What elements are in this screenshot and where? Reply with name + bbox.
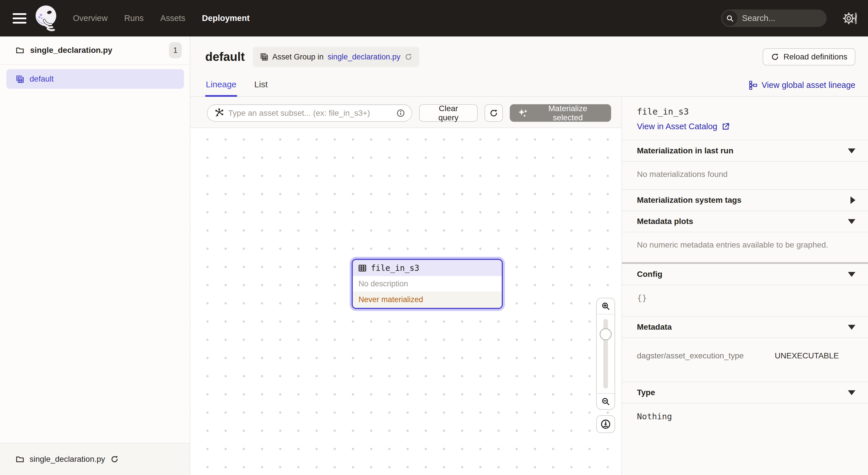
search-input[interactable] <box>737 13 855 23</box>
code-location-link[interactable]: single_declaration.py <box>328 53 400 61</box>
view-global-asset-lineage-label: View global asset lineage <box>762 81 856 90</box>
reload-definitions-label: Reload definitions <box>783 52 847 61</box>
last-run-empty-state: No materializations found <box>622 161 868 189</box>
clear-query-button[interactable]: Clear query <box>419 104 477 122</box>
section-label: Materialization system tags <box>637 196 741 205</box>
chevron-down-icon <box>848 272 856 277</box>
primary-nav: Overview Runs Assets Deployment <box>73 13 250 23</box>
dagster-logo-icon[interactable] <box>33 4 59 33</box>
zoom-in-icon <box>601 301 611 311</box>
chevron-right-icon <box>850 197 856 204</box>
asset-details-title: file_in_s3 <box>637 107 856 117</box>
nav-item-runs[interactable]: Runs <box>124 13 144 23</box>
asset-subset-query-box[interactable] <box>207 104 412 122</box>
metadata-value: UNEXECUTABLE <box>775 351 839 360</box>
sidebar-code-location-row[interactable]: single_declaration.py 1 <box>0 36 190 65</box>
fit-to-view-button[interactable] <box>596 415 615 433</box>
section-materialization-in-last-run[interactable]: Materialization in last run <box>622 140 868 161</box>
lineage-view: Clear query Materialize selected <box>190 97 621 475</box>
refresh-icon <box>489 109 498 118</box>
asset-node-file-in-s3[interactable]: file_in_s3 No description Never material… <box>352 259 503 309</box>
clear-query-label: Clear query <box>428 104 469 122</box>
download-center-icon <box>600 419 611 429</box>
asset-node-status: Never materialized <box>353 292 502 308</box>
tab-lineage[interactable]: Lineage <box>205 76 237 97</box>
section-label: Materialization in last run <box>637 146 733 155</box>
zoom-out-icon <box>601 396 611 406</box>
page-header: default Asset Group in single_declaratio… <box>190 36 868 67</box>
nav-item-deployment[interactable]: Deployment <box>202 13 250 23</box>
metadata-table: dagster/asset_execution_type UNEXECUTABL… <box>622 337 868 382</box>
refresh-graph-button[interactable] <box>485 104 503 122</box>
main-content: default Asset Group in single_declaratio… <box>190 36 868 475</box>
zoom-in-button[interactable] <box>597 298 615 315</box>
reload-definitions-button[interactable]: Reload definitions <box>763 48 856 65</box>
zoom-slider[interactable] <box>597 315 615 393</box>
page-title: default <box>205 50 245 64</box>
view-in-asset-catalog-label: View in Asset Catalog <box>637 122 717 131</box>
folder-icon <box>16 46 24 55</box>
tabs-bar: Lineage List View global asset lineage <box>190 76 868 97</box>
view-global-asset-lineage-link[interactable]: View global asset lineage <box>749 81 856 96</box>
section-materialization-system-tags[interactable]: Materialization system tags <box>622 189 868 210</box>
sidebar-footer-code-location: single_declaration.py <box>0 443 190 475</box>
menu-icon[interactable] <box>12 13 26 24</box>
footer-code-location-name: single_declaration.py <box>30 455 105 464</box>
asset-group-tag-prefix: Asset Group in <box>272 53 324 61</box>
reload-icon[interactable] <box>110 455 119 464</box>
metadata-plots-empty-state: No numeric metadata entries available to… <box>622 232 868 262</box>
chevron-down-icon <box>848 325 856 330</box>
chevron-down-icon <box>848 390 856 395</box>
group-label: default <box>30 75 54 84</box>
nav-item-assets[interactable]: Assets <box>160 13 185 23</box>
lineage-toolbar: Clear query Materialize selected <box>190 97 621 128</box>
tab-list[interactable]: List <box>254 76 268 97</box>
section-label: Metadata plots <box>637 217 693 226</box>
chevron-down-icon <box>848 148 856 153</box>
lineage-graph-icon <box>749 81 757 90</box>
sparkle-icon <box>518 108 529 119</box>
info-icon[interactable] <box>396 109 405 118</box>
table-icon <box>358 264 367 272</box>
metadata-key: dagster/asset_execution_type <box>637 351 775 360</box>
section-metadata-plots[interactable]: Metadata plots <box>622 210 868 232</box>
asset-group-tag: Asset Group in single_declaration.py <box>253 47 420 67</box>
asset-group-icon <box>260 53 268 61</box>
section-label: Metadata <box>637 323 672 332</box>
global-search[interactable]: / <box>721 9 827 27</box>
search-icon <box>722 11 737 26</box>
code-location-name: single_declaration.py <box>30 46 163 55</box>
type-value: Nothing <box>622 403 868 432</box>
sidebar-item-default-group[interactable]: default <box>6 69 184 89</box>
asset-node-name: file_in_s3 <box>371 263 420 273</box>
refresh-icon[interactable] <box>404 53 412 61</box>
external-link-icon <box>721 122 730 131</box>
materialize-selected-label: Materialize selected <box>532 104 603 122</box>
asset-details-panel: file_in_s3 View in Asset Catalog Materia… <box>621 97 868 475</box>
nav-item-overview[interactable]: Overview <box>73 13 107 23</box>
asset-graph-query-icon <box>214 108 224 118</box>
top-navigation-bar: Overview Runs Assets Deployment / <box>0 0 868 36</box>
asset-count-badge: 1 <box>169 42 182 58</box>
reload-icon <box>771 53 779 61</box>
code-location-sidebar: single_declaration.py 1 default single_d… <box>0 36 190 475</box>
chevron-down-icon <box>848 219 856 224</box>
section-label: Type <box>637 388 655 397</box>
view-in-asset-catalog-link[interactable]: View in Asset Catalog <box>637 122 856 131</box>
zoom-controls <box>596 298 615 410</box>
section-label: Config <box>637 270 662 279</box>
section-type[interactable]: Type <box>622 382 868 403</box>
zoom-slider-thumb[interactable] <box>600 328 612 340</box>
materialize-selected-button[interactable]: Materialize selected <box>510 104 611 122</box>
section-metadata[interactable]: Metadata <box>622 316 868 337</box>
gear-icon[interactable] <box>842 12 856 25</box>
folder-icon <box>16 455 24 464</box>
lineage-canvas[interactable]: file_in_s3 No description Never material… <box>190 128 621 475</box>
asset-subset-input[interactable] <box>224 109 396 118</box>
metadata-table-row: dagster/asset_execution_type UNEXECUTABL… <box>637 346 856 368</box>
section-config[interactable]: Config <box>622 264 868 285</box>
config-value: {} <box>622 285 868 316</box>
asset-node-description: No description <box>353 276 502 292</box>
zoom-out-button[interactable] <box>597 393 615 409</box>
asset-group-icon <box>16 75 24 84</box>
